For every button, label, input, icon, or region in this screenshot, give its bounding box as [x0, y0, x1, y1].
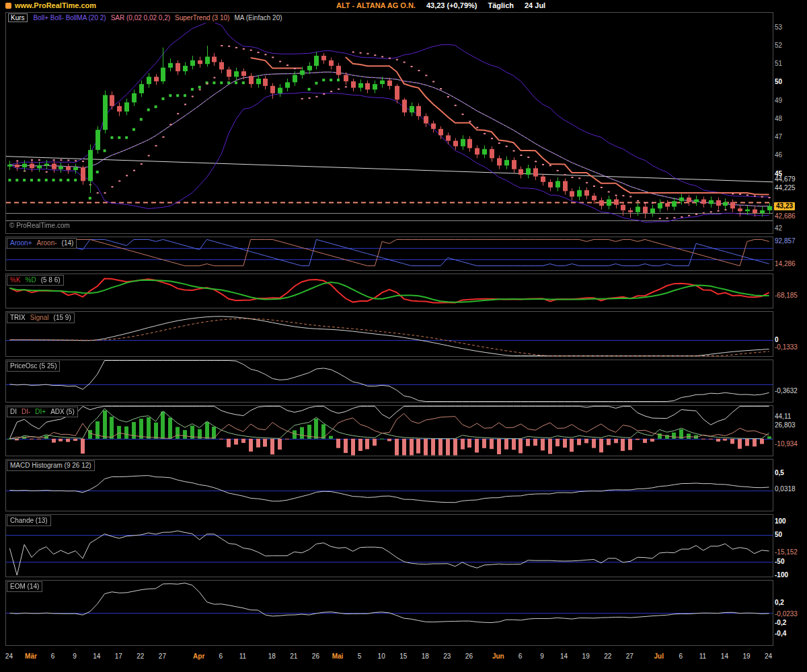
last-date: 24 Jul	[525, 1, 545, 9]
day-label: 27	[153, 653, 171, 660]
day-label: 23	[438, 653, 456, 660]
day-label: 14	[716, 653, 733, 660]
aroon-chart-canvas[interactable]	[6, 237, 773, 270]
day-label: 19	[738, 653, 755, 660]
axis-value-label: -0,1333	[775, 343, 798, 351]
axis-value-label: 0,0318	[775, 485, 796, 493]
prorealtime-window: www.ProRealTime.com ALT - ALTANA AG O.N.…	[0, 0, 807, 672]
legend-item[interactable]: SAR (0,02 0,02 0,2)	[111, 14, 170, 22]
stoch-legend: %K%D(5 8 6)	[7, 275, 64, 286]
legend-item[interactable]: (14)	[62, 239, 74, 247]
last-price: 43,23 (+0,79%)	[426, 1, 477, 9]
site-url[interactable]: www.ProRealTime.com	[15, 1, 96, 9]
legend-item[interactable]: MACD Histogram (9 26 12)	[10, 462, 91, 469]
panel-eom	[5, 580, 773, 646]
axis-value-label: -0,0233	[775, 610, 798, 618]
month-label: Jul	[650, 653, 668, 660]
day-label: 6	[212, 653, 229, 660]
legend-item[interactable]: Kurs	[8, 13, 28, 22]
axis-value-label: -68,185	[775, 292, 798, 300]
trix-chart-canvas[interactable]	[6, 312, 773, 356]
day-label: 9	[533, 653, 551, 660]
axis-value-label: 44,225	[775, 184, 796, 192]
axis-value-label: 14,286	[775, 260, 796, 268]
axis-value-label: 50	[775, 78, 782, 86]
panel-trix	[5, 311, 773, 357]
axis-value-label: 44,11	[775, 413, 791, 421]
site-link[interactable]: www.ProRealTime.com	[5, 1, 96, 9]
axis-value-label: -0,3632	[775, 387, 798, 395]
di-chart-canvas[interactable]	[6, 406, 773, 456]
panel-kurs	[5, 12, 773, 234]
axis-value-label: 53	[775, 24, 782, 32]
legend-item[interactable]: EOM (14)	[10, 583, 39, 590]
day-label: 11	[234, 653, 252, 660]
value-axis[interactable]: 53525150494847464544,67944,22543,2342,68…	[774, 0, 807, 672]
legend-item[interactable]: Boll+ Boll- BollMA (20 2)	[34, 14, 106, 22]
axis-value-label: 48	[775, 115, 782, 123]
legend-item[interactable]: DI+	[35, 408, 46, 415]
kurs-legend: KursBoll+ Boll- BollMA (20 2)SAR (0,02 0…	[7, 13, 282, 23]
axis-value-label: 42	[775, 224, 782, 233]
legend-item[interactable]: Aroon-	[37, 239, 57, 247]
axis-value-label: 52	[775, 42, 782, 50]
day-label: 6	[672, 653, 689, 660]
eom-chart-canvas[interactable]	[6, 581, 773, 645]
day-label: 17	[110, 653, 127, 660]
priceosc-chart-canvas[interactable]	[6, 360, 773, 402]
legend-item[interactable]: SuperTrend (3 10)	[175, 14, 229, 22]
legend-item[interactable]: Aroon+	[10, 239, 32, 247]
month-label: Apr	[190, 653, 208, 660]
axis-value-label: 44,679	[775, 175, 796, 183]
month-label: Jun	[490, 653, 507, 660]
axis-value-label: 43,23	[774, 202, 795, 210]
panel-aroon	[5, 237, 773, 271]
panel-stoch	[5, 274, 773, 308]
legend-item[interactable]: %D	[26, 276, 36, 284]
panel-macd	[5, 459, 773, 511]
day-label: 6	[511, 653, 529, 660]
axis-value-label: 100	[775, 517, 786, 526]
legend-item[interactable]: (15 9)	[54, 314, 71, 321]
legend-item[interactable]: PriceOsc (5 25)	[10, 362, 56, 370]
panel-priceosc	[5, 360, 773, 403]
day-label: 10	[373, 653, 390, 660]
axis-value-label: 0,2	[775, 599, 784, 607]
chande-chart-canvas[interactable]	[6, 515, 773, 577]
legend-item[interactable]: TRIX	[10, 314, 26, 321]
day-label: 18	[263, 653, 280, 660]
axis-value-label: 26,803	[775, 421, 796, 429]
axis-value-label: -10,934	[775, 440, 798, 448]
axis-value-label: 42,686	[775, 212, 796, 220]
axis-value-label: -0,4	[775, 630, 786, 638]
axis-value-label: 46	[775, 151, 782, 159]
legend-item[interactable]: MA (Einfach 20)	[234, 14, 282, 22]
legend-item[interactable]: ADX (5)	[50, 408, 75, 415]
trix-legend: TRIXSignal(15 9)	[7, 312, 75, 323]
macd-chart-canvas[interactable]	[6, 460, 773, 511]
day-label: 14	[555, 653, 573, 660]
time-axis[interactable]: 24Mär6914172227Apr611182126Mai5101518232…	[0, 646, 807, 672]
macd-legend: MACD Histogram (9 26 12)	[7, 460, 95, 471]
kurs-chart-canvas[interactable]	[6, 13, 773, 233]
legend-item[interactable]: Signal	[30, 314, 49, 321]
legend-item[interactable]: DI	[10, 408, 17, 415]
timeframe[interactable]: Täglich	[488, 1, 514, 9]
instrument-name[interactable]: ALT - ALTANA AG O.N.	[336, 1, 416, 9]
day-label: 24	[0, 653, 17, 660]
month-label: Mai	[329, 653, 346, 660]
legend-item[interactable]: (5 8 6)	[41, 276, 61, 284]
legend-item[interactable]: DI-	[22, 408, 30, 415]
stoch-chart-canvas[interactable]	[6, 274, 773, 308]
axis-value-label: -0,2	[775, 619, 786, 627]
axis-value-label: -100	[775, 571, 788, 579]
day-label: 19	[577, 653, 594, 660]
legend-item[interactable]: %K	[10, 276, 21, 284]
axis-value-label: -50	[775, 558, 784, 566]
axis-value-label: -15,152	[775, 548, 798, 556]
day-label: 24	[760, 653, 777, 660]
eom-legend: EOM (14)	[7, 581, 42, 592]
panel-chande	[5, 514, 773, 577]
day-label: 22	[599, 653, 617, 660]
legend-item[interactable]: Chande (13)	[10, 517, 48, 524]
